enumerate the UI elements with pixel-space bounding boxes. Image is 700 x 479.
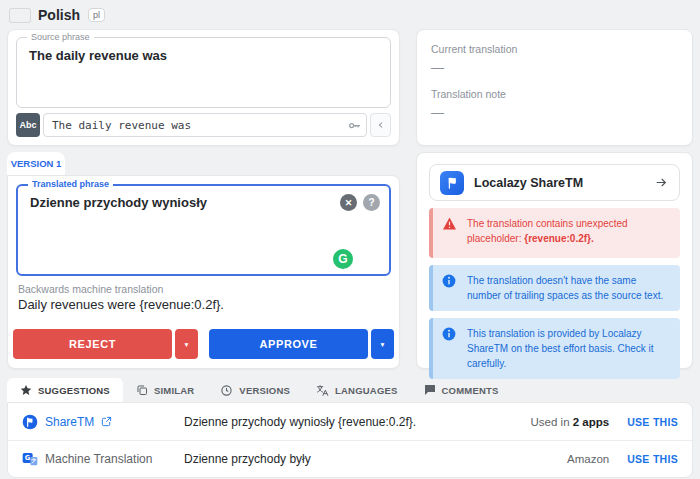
current-translation-value: — xyxy=(431,60,678,75)
clear-icon[interactable]: ✕ xyxy=(340,194,357,211)
locale-code-badge: pl xyxy=(88,8,105,22)
source-phrase-label: Source phrase xyxy=(27,32,94,42)
grammarly-icon[interactable]: G xyxy=(333,249,353,269)
source-phrase-card: Source phrase The daily revenue was Abc … xyxy=(7,29,400,146)
reject-button[interactable]: REJECT xyxy=(13,329,172,359)
machine-translation-icon: G xyxy=(22,451,38,467)
help-icon[interactable]: ? xyxy=(363,194,380,211)
translate-icon xyxy=(316,384,329,397)
current-translation-card: Current translation — Translation note — xyxy=(416,29,693,146)
info-icon xyxy=(442,274,456,288)
tab-similar[interactable]: SIMILAR xyxy=(123,378,207,402)
tab-version-1[interactable]: VERSION 1 xyxy=(7,152,65,175)
current-translation-label: Current translation xyxy=(431,43,678,55)
sharetm-source-info-alert: This translation is provided by Localazy… xyxy=(429,318,680,379)
sharetm-source-link[interactable]: ShareTM xyxy=(45,415,94,429)
suggestions-table: ShareTM Dzienne przychody wyniosły {reve… xyxy=(7,402,693,478)
collapse-chevron-left-icon[interactable] xyxy=(370,113,391,137)
backwards-translation-label: Backwards machine translation xyxy=(18,283,163,295)
language-header: Polish pl xyxy=(10,5,105,25)
use-this-button[interactable]: USE THIS xyxy=(627,453,678,465)
translation-note-label: Translation note xyxy=(431,88,678,100)
suggestion-text: Dzienne przychody wyniosły {revenue:0.2f… xyxy=(184,415,497,429)
tab-suggestions[interactable]: SUGGESTIONS xyxy=(7,378,123,402)
sharetm-icon xyxy=(22,414,38,430)
translated-phrase-field[interactable]: Translated phrase Dzienne przychody wyni… xyxy=(16,184,391,276)
error-alert-placeholder: {revenue:0.2f}. xyxy=(524,233,593,244)
translated-phrase-label: Translated phrase xyxy=(28,179,113,189)
decision-buttons: REJECT ▼ APPROVE ▼ xyxy=(13,329,394,359)
suggestion-usage-meta: Used in 2 apps xyxy=(497,416,609,428)
use-this-button[interactable]: USE THIS xyxy=(627,416,678,428)
warning-icon xyxy=(442,217,457,230)
machine-translation-source-label: Machine Translation xyxy=(45,452,152,466)
suggestions-tab-bar: SUGGESTIONS SIMILAR VERSIONS LANGUAGES C… xyxy=(7,378,512,402)
copy-icon xyxy=(136,384,148,396)
external-link-icon xyxy=(101,416,112,427)
suggestion-text: Dzienne przychody były xyxy=(184,452,497,466)
trailing-spaces-info-alert: The translation doesn't have the same nu… xyxy=(429,265,680,311)
tab-versions[interactable]: VERSIONS xyxy=(207,378,303,402)
string-key-row: Abc The daily revenue was xyxy=(16,113,391,137)
reject-caret-down-icon[interactable]: ▼ xyxy=(175,329,198,359)
poland-flag-icon xyxy=(10,9,30,22)
source-phrase-fieldset: Source phrase The daily revenue was xyxy=(16,37,391,108)
localazy-logo-icon xyxy=(440,171,464,195)
translation-editor-screen: Polish pl Source phrase The daily revenu… xyxy=(0,0,700,479)
suggestion-row-sharetm: ShareTM Dzienne przychody wyniosły {reve… xyxy=(8,403,692,440)
star-icon xyxy=(20,384,32,396)
string-key-input[interactable]: The daily revenue was xyxy=(43,113,367,137)
tab-languages[interactable]: LANGUAGES xyxy=(303,378,411,402)
source-phrase-text: The daily revenue was xyxy=(29,48,167,63)
string-key-value: The daily revenue was xyxy=(52,119,341,132)
sharetm-panel: Localazy ShareTM The translation contain… xyxy=(416,152,693,369)
suggestion-provider-meta: Amazon xyxy=(497,453,609,465)
backwards-translation-text: Daily revenues were {revenue:0.2f}. xyxy=(18,297,224,312)
info-alert-text: This translation is provided by Localazy… xyxy=(467,328,654,369)
key-icon[interactable] xyxy=(347,118,362,133)
info-alert-text: The translation doesn't have the same nu… xyxy=(467,275,663,301)
translation-note-value: — xyxy=(431,105,678,120)
comment-icon xyxy=(424,384,436,396)
translated-phrase-text[interactable]: Dzienne przychody wyniosły xyxy=(30,195,207,210)
tab-comments[interactable]: COMMENTS xyxy=(411,378,512,402)
svg-text:G: G xyxy=(25,454,30,462)
string-type-icon: Abc xyxy=(16,113,40,137)
sharetm-panel-title: Localazy ShareTM xyxy=(474,176,644,190)
history-icon xyxy=(220,384,233,397)
suggestion-row-machine-translation: G Machine Translation Dzienne przychody … xyxy=(8,440,692,477)
approve-button[interactable]: APPROVE xyxy=(209,329,368,359)
info-icon xyxy=(442,327,456,341)
localazy-sharetm-button[interactable]: Localazy ShareTM xyxy=(429,164,680,201)
version-panel: Translated phrase Dzienne przychody wyni… xyxy=(7,175,400,369)
language-title: Polish xyxy=(38,7,80,23)
arrow-right-icon xyxy=(654,176,669,189)
placeholder-error-alert: The translation contains unexpected plac… xyxy=(429,208,680,258)
approve-caret-down-icon[interactable]: ▼ xyxy=(371,329,394,359)
